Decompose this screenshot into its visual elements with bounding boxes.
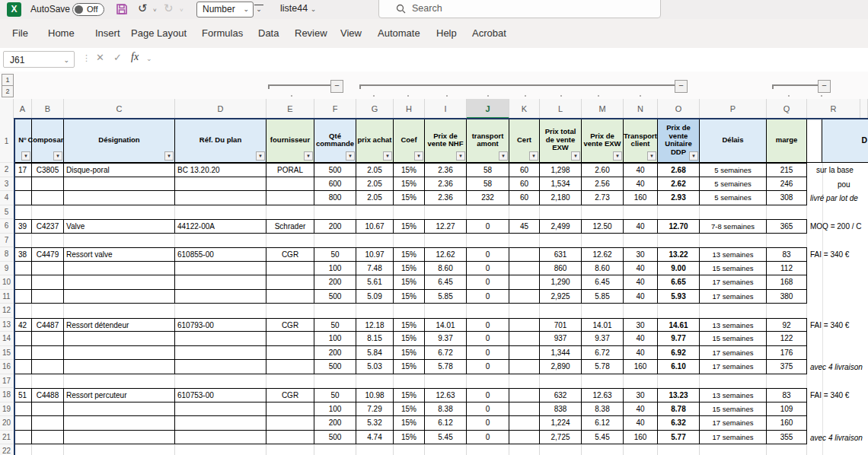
cell-E9[interactable] xyxy=(266,262,314,276)
cell-I11[interactable]: 5.85 xyxy=(425,290,467,304)
cell-A18[interactable]: 51 xyxy=(14,388,32,402)
cell-M20[interactable]: 6.12 xyxy=(582,416,624,431)
cell-O10[interactable]: 6.65 xyxy=(658,275,700,290)
table-header-E[interactable]: fournisseur▼ xyxy=(266,119,314,163)
cell-M8[interactable]: 12.62 xyxy=(582,247,624,262)
cell-D20[interactable] xyxy=(175,416,266,431)
cell-D12[interactable] xyxy=(175,304,266,318)
cell-M17[interactable] xyxy=(582,374,624,389)
filter-dropdown-icon[interactable]: ▼ xyxy=(164,151,174,161)
cell-G14[interactable]: 8.15 xyxy=(356,332,394,346)
cell-M22[interactable] xyxy=(582,444,624,455)
cell-I7[interactable] xyxy=(425,234,467,248)
undo-icon[interactable]: ↺ xyxy=(138,2,148,15)
cell-P16[interactable]: 17 semaines xyxy=(700,360,767,374)
cell-C3[interactable] xyxy=(64,177,175,192)
cell-P14[interactable]: 15 semaines xyxy=(700,332,767,346)
select-all-corner[interactable] xyxy=(0,99,14,119)
cell-D15[interactable] xyxy=(175,346,266,361)
cell-B3[interactable] xyxy=(32,177,64,192)
redo-icon[interactable]: ↺ xyxy=(164,2,174,15)
cell-G21[interactable]: 4.74 xyxy=(356,431,394,445)
cell-L13[interactable]: 701 xyxy=(540,318,582,332)
cell-K3[interactable]: 60 xyxy=(509,177,540,192)
cell-I6[interactable]: 12.27 xyxy=(425,219,467,234)
cell-I2[interactable]: 2.36 xyxy=(425,163,467,177)
cell-K8[interactable] xyxy=(509,247,540,262)
cell-N18[interactable]: 30 xyxy=(624,388,658,402)
cell-G7[interactable] xyxy=(356,234,394,248)
cell-H3[interactable]: 15% xyxy=(394,177,425,192)
cell-B12[interactable] xyxy=(32,304,64,318)
filter-dropdown-icon[interactable]: ▼ xyxy=(21,151,30,161)
cell-H9[interactable]: 15% xyxy=(394,262,425,276)
cell-D13[interactable]: 610793-00 xyxy=(175,318,266,332)
cell-G10[interactable]: 5.61 xyxy=(356,275,394,290)
column-header-partial[interactable] xyxy=(860,99,868,119)
cell-J17[interactable] xyxy=(467,374,509,389)
note-cell-3[interactable]: pou xyxy=(809,178,868,192)
cell-K10[interactable] xyxy=(509,275,540,290)
cell-M12[interactable] xyxy=(582,304,624,318)
cell-G6[interactable]: 10.67 xyxy=(356,219,394,234)
row-header-11[interactable]: 11 xyxy=(0,290,13,304)
row-header-18[interactable]: 18 xyxy=(0,388,13,402)
row-header-14[interactable]: 14 xyxy=(0,332,13,346)
row-header-3[interactable]: 3 xyxy=(0,177,13,192)
cell-J3[interactable]: 58 xyxy=(467,177,509,192)
cell-G8[interactable]: 10.97 xyxy=(356,247,394,262)
column-header-J[interactable]: J xyxy=(467,99,509,119)
filter-dropdown-icon[interactable]: ▼ xyxy=(689,151,698,161)
cell-K5[interactable] xyxy=(509,205,540,220)
cell-P18[interactable]: 13 semaines xyxy=(700,388,767,402)
column-header-F[interactable]: F xyxy=(314,99,356,119)
cell-N9[interactable]: 40 xyxy=(624,262,658,276)
row-header-9[interactable]: 9 xyxy=(0,262,13,276)
cell-L18[interactable]: 632 xyxy=(540,388,582,402)
cell-D3[interactable] xyxy=(175,177,266,192)
cell-A5[interactable] xyxy=(14,205,32,220)
cell-J13[interactable]: 0 xyxy=(467,318,509,332)
cell-Q7[interactable] xyxy=(767,234,807,248)
cell-I5[interactable] xyxy=(425,205,467,220)
cell-C22[interactable] xyxy=(64,444,175,455)
row-header-13[interactable]: 13 xyxy=(0,318,13,332)
cell-L4[interactable]: 2,180 xyxy=(540,191,582,205)
cell-D2[interactable]: BC 13.20.20 xyxy=(175,163,266,177)
cell-E7[interactable] xyxy=(266,234,314,248)
filter-dropdown-icon[interactable]: ▼ xyxy=(529,151,538,161)
cell-C13[interactable]: Ressort détendeur xyxy=(64,318,175,332)
cell-J7[interactable] xyxy=(467,234,509,248)
cell-O5[interactable] xyxy=(658,205,700,220)
cell-O19[interactable]: 8.78 xyxy=(658,402,700,417)
cell-F16[interactable]: 500 xyxy=(314,360,356,374)
cell-J18[interactable]: 0 xyxy=(467,388,509,402)
cell-A12[interactable] xyxy=(14,304,32,318)
cell-Q13[interactable]: 92 xyxy=(767,318,807,332)
cell-N10[interactable]: 40 xyxy=(624,275,658,290)
cell-K19[interactable] xyxy=(509,402,540,417)
cell-M5[interactable] xyxy=(582,205,624,220)
cell-P7[interactable] xyxy=(700,234,767,248)
cell-E6[interactable]: Schrader xyxy=(266,219,314,234)
cell-Q16[interactable]: 375 xyxy=(767,360,807,374)
cell-O4[interactable]: 2.93 xyxy=(658,191,700,205)
cell-F18[interactable]: 50 xyxy=(314,388,356,402)
cell-N12[interactable] xyxy=(624,304,658,318)
cell-F12[interactable] xyxy=(314,304,356,318)
cell-C9[interactable] xyxy=(64,262,175,276)
cell-Q19[interactable]: 109 xyxy=(767,402,807,417)
row-header-4[interactable]: 4 xyxy=(0,191,13,205)
cell-H19[interactable]: 15% xyxy=(394,402,425,417)
cell-E2[interactable]: PORAL xyxy=(266,163,314,177)
cell-K20[interactable] xyxy=(509,416,540,431)
cell-K13[interactable] xyxy=(509,318,540,332)
ribbon-tab-file[interactable]: File xyxy=(12,19,28,48)
cell-E18[interactable]: CGR xyxy=(266,388,314,402)
cell-Q14[interactable]: 122 xyxy=(767,332,807,346)
cell-O13[interactable]: 14.61 xyxy=(658,318,700,332)
cell-O3[interactable]: 2.62 xyxy=(658,177,700,192)
filter-dropdown-icon[interactable]: ▼ xyxy=(499,151,508,161)
cell-C18[interactable]: Ressort percuteur xyxy=(64,388,175,402)
cell-G15[interactable]: 5.84 xyxy=(356,346,394,361)
